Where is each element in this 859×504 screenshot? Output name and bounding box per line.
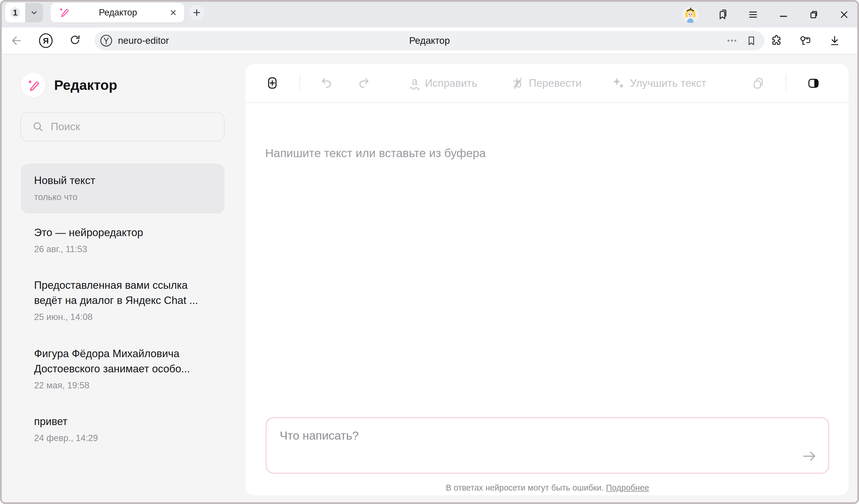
browser-tab[interactable]: Редактор [51, 3, 184, 22]
extensions-puzzle-icon[interactable] [770, 34, 783, 47]
close-icon [169, 8, 178, 17]
bookmark-flag-icon[interactable] [745, 35, 757, 46]
document-item[interactable]: Это — нейроредактор 26 авг., 11:53 [21, 225, 225, 255]
document-title: Новый текст [34, 173, 200, 188]
neuro-editor-page: Редактор Новый текст только что Это — не… [2, 55, 857, 502]
ai-disclaimer: В ответах нейросети могут быть ошибки.По… [266, 483, 829, 492]
document-title: Фигура Фёдора Михайловича Достоевского з… [34, 346, 200, 376]
spellcheck-icon: а [409, 77, 420, 90]
app-brand: Редактор [21, 73, 117, 97]
yandex-logo-icon: Я [38, 33, 54, 49]
redo-icon [357, 76, 371, 90]
details-link[interactable]: Подробнее [606, 483, 649, 492]
user-avatar[interactable] [682, 6, 699, 23]
disclaimer-text: В ответах нейросети могут быть ошибки. [446, 483, 604, 492]
new-document-button[interactable] [266, 76, 279, 90]
app-logo [21, 73, 46, 97]
document-title: Это — нейроредактор [34, 225, 200, 240]
copy-icon [752, 77, 765, 90]
document-meta: только что [34, 192, 225, 202]
document-meta: 25 июн., 14:08 [34, 312, 225, 322]
side-panel-icon [807, 77, 820, 90]
magic-pencil-icon [26, 78, 40, 92]
more-options-icon[interactable] [726, 35, 738, 46]
prompt-textarea[interactable] [267, 418, 828, 473]
bookmarks-icon [717, 8, 729, 21]
sparkles-icon [612, 76, 626, 90]
svg-text:Я: Я [43, 36, 49, 45]
send-arrow-icon [801, 448, 817, 464]
search-input[interactable] [51, 121, 217, 133]
browser-action-icons [770, 28, 841, 54]
bookmarks-panel-button[interactable] [717, 8, 729, 21]
chevron-down-icon [30, 8, 39, 17]
document-meta: 26 авг., 11:53 [34, 244, 225, 255]
improve-text-label: Улучшить текст [630, 77, 706, 89]
editor-toolbar: а Исправить Перевести Улучшить текст [245, 64, 848, 103]
browser-menu-button[interactable] [747, 8, 759, 21]
new-document-icon [266, 76, 279, 90]
translate-icon [511, 76, 524, 90]
document-meta: 22 мая, 19:58 [34, 380, 225, 391]
fix-text-label: Исправить [425, 77, 477, 89]
refresh-icon [69, 34, 82, 47]
back-button[interactable] [7, 28, 24, 54]
improve-text-button[interactable]: Улучшить текст [612, 76, 706, 90]
toolbar-divider [300, 75, 300, 92]
document-meta: 24 февр., 14:29 [34, 433, 225, 443]
undo-icon [320, 76, 334, 90]
tab-group-control: 1 [5, 3, 43, 22]
copy-button[interactable] [752, 77, 765, 90]
translate-button[interactable]: Перевести [511, 76, 582, 90]
refresh-button[interactable] [67, 28, 84, 54]
send-button[interactable] [801, 448, 817, 464]
browser-window: 1 Редактор [0, 0, 859, 504]
downloads-icon[interactable] [828, 34, 841, 47]
toolbar-divider [786, 75, 786, 92]
back-arrow-icon [9, 34, 22, 47]
undo-button[interactable] [320, 76, 334, 90]
window-restore-button[interactable] [808, 8, 820, 21]
address-bar[interactable]: neuro-editor Редактор [94, 31, 765, 50]
editor-card: а Исправить Перевести Улучшить текст [245, 64, 848, 495]
window-minimize-button[interactable] [777, 8, 790, 21]
page-title: Редактор [94, 35, 765, 46]
window-close-button[interactable] [838, 8, 850, 21]
magic-pencil-icon [58, 6, 70, 19]
tab-close-button[interactable] [169, 8, 178, 17]
restore-icon [808, 8, 820, 21]
document-item[interactable]: Новый текст только что [21, 164, 225, 214]
hamburger-menu-icon [747, 8, 759, 21]
yandex-home-button[interactable]: Я [37, 28, 55, 54]
tab-title: Редактор [70, 7, 169, 18]
translate-label: Перевести [529, 77, 582, 89]
tab-group-badge: 1 [10, 7, 20, 18]
fix-text-button[interactable]: а Исправить [409, 77, 477, 90]
tab-bar: 1 Редактор [2, 2, 857, 28]
plus-icon [191, 6, 203, 19]
tab-group-button[interactable]: 1 [5, 3, 25, 22]
close-icon [838, 8, 850, 21]
passwords-key-icon[interactable] [799, 34, 812, 47]
document-title: привет [34, 414, 200, 429]
app-title: Редактор [54, 77, 117, 93]
document-item[interactable]: привет 24 февр., 14:29 [21, 414, 225, 443]
redo-button[interactable] [357, 76, 371, 90]
search-icon [32, 121, 44, 133]
tab-group-expand-button[interactable] [25, 3, 43, 22]
document-title: Предоставленная вами ссылка ведёт на диа… [34, 278, 200, 308]
tab-bar-right-controls [682, 2, 850, 28]
search-box[interactable] [20, 112, 225, 141]
toggle-side-panel-button[interactable] [807, 77, 820, 90]
prompt-input-box[interactable] [266, 417, 829, 474]
address-bar-row: Я neuro-editor Редактор [2, 28, 857, 55]
document-item[interactable]: Фигура Фёдора Михайловича Достоевского з… [21, 346, 225, 391]
editor-placeholder[interactable]: Напишите текст или вставьте из буфера [265, 147, 486, 160]
new-tab-button[interactable] [189, 5, 204, 20]
document-item[interactable]: Предоставленная вами ссылка ведёт на диа… [21, 278, 225, 322]
minimize-icon [777, 8, 790, 21]
